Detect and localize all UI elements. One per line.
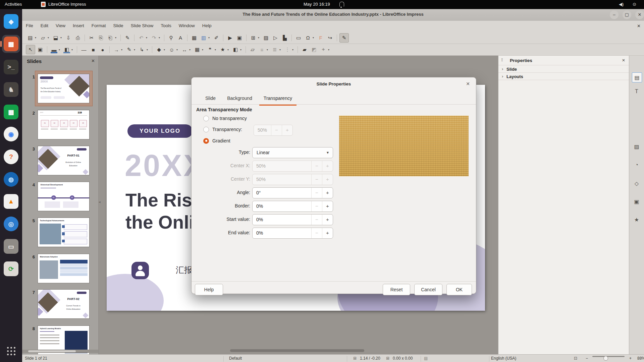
find-replace-icon[interactable]: ⚲: [167, 34, 175, 42]
connectors-dropdown-arrow[interactable]: ▾: [147, 48, 150, 51]
block-arrows-icon[interactable]: ↔: [180, 45, 189, 54]
open-dropdown-arrow[interactable]: ▾: [48, 36, 51, 39]
block-arrows-dropdown-arrow[interactable]: ▾: [189, 48, 192, 51]
undo-icon[interactable]: ↶: [137, 34, 146, 42]
callout-shapes-dropdown-arrow[interactable]: ▾: [215, 48, 218, 51]
redo-dropdown-arrow[interactable]: ▾: [159, 36, 162, 39]
start-from-current-slide-icon[interactable]: ▣: [235, 34, 244, 42]
line-color-icon[interactable]: ▬: [50, 45, 58, 54]
line-color-dropdown-arrow[interactable]: ▾: [59, 48, 62, 51]
paste-dropdown-arrow[interactable]: ▾: [115, 36, 118, 39]
border-spinner[interactable]: 0%−+: [252, 201, 333, 212]
zoom-fit-icon[interactable]: ⊡: [574, 356, 577, 361]
sidebar-tab-gallery-icon[interactable]: ▨: [632, 142, 641, 151]
slide-thumbnail-1[interactable]: 20XXThe Rise and Future Trends ofthe Onl…: [38, 74, 90, 103]
align-objects-icon[interactable]: ≡: [258, 45, 266, 54]
sidebar-tab-properties-icon[interactable]: ▤: [632, 72, 642, 82]
volume-icon[interactable]: ◀): [619, 2, 624, 7]
panel-drag-handle[interactable]: ⁞⁞: [501, 58, 503, 62]
open-icon[interactable]: ▱: [39, 34, 47, 42]
distribute-icon[interactable]: ⋮: [283, 45, 292, 54]
expand-chevron-icon[interactable]: ›: [502, 66, 503, 71]
sidebar-tab-navigator-icon[interactable]: ◔: [632, 160, 641, 170]
undo-dropdown-arrow[interactable]: ▾: [146, 36, 149, 39]
cancel-button[interactable]: Cancel: [414, 284, 442, 295]
insert-media-icon[interactable]: ▷: [271, 34, 280, 42]
display-views-icon[interactable]: ▥: [199, 34, 208, 42]
insert-line-icon[interactable]: —: [79, 45, 88, 54]
zoom-slider-thumb[interactable]: [603, 356, 608, 361]
spinner-decrease-button[interactable]: −: [271, 125, 282, 135]
maximize-button[interactable]: ▢: [623, 10, 631, 19]
object-size-status[interactable]: 0.00 x 0.00: [393, 356, 413, 361]
insert-fontwork-icon[interactable]: F: [316, 34, 325, 42]
ellipse-icon[interactable]: ●: [98, 45, 107, 54]
slide-thumbnail-3[interactable]: PART-01Evolution of OnlineEducation: [38, 146, 90, 175]
radio-selected-icon[interactable]: [203, 138, 209, 144]
save-icon[interactable]: ⬓: [51, 34, 60, 42]
symbol-shapes-dropdown-arrow[interactable]: ▾: [176, 48, 179, 51]
clone-formatting-icon[interactable]: ✎: [123, 34, 132, 42]
display-views-dropdown-arrow[interactable]: ▾: [208, 36, 211, 39]
slide-thumbnail-2[interactable]: 20XX目录0102030405: [38, 110, 90, 139]
basic-shapes-dropdown-arrow[interactable]: ▾: [164, 48, 167, 51]
dock-browser-icon[interactable]: ◍: [4, 172, 18, 187]
dock-vlc-icon[interactable]: ▲: [4, 194, 18, 209]
dock-chromium-icon[interactable]: ◎: [4, 217, 18, 231]
properties-panel-close-icon[interactable]: ✕: [622, 58, 625, 63]
insert-textbox-icon[interactable]: ▭: [294, 34, 303, 42]
slides-panel-close-icon[interactable]: ✕: [91, 58, 95, 63]
dock-impress-icon[interactable]: ▦: [4, 37, 18, 51]
menu-file[interactable]: File: [22, 21, 37, 32]
cut-icon[interactable]: ✂: [87, 34, 96, 42]
flowchart-dropdown-arrow[interactable]: ▾: [202, 48, 205, 51]
dock-code-editor-icon[interactable]: ◆: [4, 14, 18, 29]
spinner-decrease-button[interactable]: −: [311, 228, 322, 238]
stars-banners-icon[interactable]: ★: [218, 45, 227, 54]
show-applications-button[interactable]: [7, 347, 16, 356]
lines-and-arrows-dropdown-arrow[interactable]: ▾: [121, 48, 124, 51]
insert-hyperlink-icon[interactable]: ↪: [326, 34, 334, 42]
reset-button[interactable]: Reset: [383, 284, 410, 295]
insert-image-icon[interactable]: ▨: [262, 34, 270, 42]
menu-format[interactable]: Format: [88, 21, 110, 32]
dock-calc-icon[interactable]: ▦: [4, 105, 18, 119]
basic-shapes-icon[interactable]: ◆: [155, 45, 163, 54]
dock-help-icon[interactable]: ?: [4, 149, 18, 164]
tab-transparency[interactable]: Transparency: [258, 93, 298, 104]
3d-objects-dropdown-arrow[interactable]: ▾: [240, 48, 243, 51]
transparency-value-spinner[interactable]: 50%−+: [254, 125, 293, 136]
arrange-dropdown-arrow[interactable]: ▾: [279, 48, 282, 51]
dock-software-center-icon[interactable]: ⟳: [4, 261, 18, 276]
lines-and-arrows-icon[interactable]: →: [112, 45, 121, 54]
fill-color-icon[interactable]: ◧: [62, 45, 71, 54]
copy-icon[interactable]: ⎘: [97, 34, 105, 42]
3d-objects-icon[interactable]: ◧: [231, 45, 240, 54]
spinner-increase-button[interactable]: +: [322, 188, 333, 198]
sidebar-tab-styles-icon[interactable]: T: [632, 87, 641, 96]
shadow-icon[interactable]: ▰: [300, 45, 309, 54]
start-from-first-slide-icon[interactable]: ▶: [226, 34, 234, 42]
tab-slide[interactable]: Slide: [200, 93, 221, 104]
crop-icon[interactable]: ◩: [310, 45, 318, 54]
insert-table-dropdown-arrow[interactable]: ▾: [258, 36, 261, 39]
filter-icon[interactable]: ✦: [319, 45, 328, 54]
minimize-button[interactable]: –: [610, 10, 619, 19]
zoom-slider-track[interactable]: [592, 356, 625, 357]
sidebar-tab-shapes-icon[interactable]: ◇: [632, 179, 641, 188]
insert-table-icon[interactable]: ⊞: [249, 34, 258, 42]
slide-thumbnail-5[interactable]: Technological Advancements: [38, 218, 90, 247]
menu-edit[interactable]: Edit: [37, 21, 52, 32]
display-grid-icon[interactable]: ▦: [190, 34, 199, 42]
insert-chart-icon[interactable]: ▙: [280, 34, 289, 42]
template-status[interactable]: Default: [229, 356, 242, 361]
title-bar[interactable]: The Rise and Future Trends of the Online…: [22, 9, 644, 21]
menu-help[interactable]: Help: [199, 21, 215, 32]
symbol-shapes-icon[interactable]: ☺: [167, 45, 176, 54]
print-icon[interactable]: ⎙: [73, 34, 82, 42]
language-status[interactable]: English (USA): [491, 356, 516, 361]
zoom-percent[interactable]: 88%: [637, 356, 644, 361]
callout-shapes-icon[interactable]: ❝: [206, 45, 214, 54]
stars-banners-dropdown-arrow[interactable]: ▾: [227, 48, 230, 51]
export-pdf-icon[interactable]: ⇩: [64, 34, 73, 42]
